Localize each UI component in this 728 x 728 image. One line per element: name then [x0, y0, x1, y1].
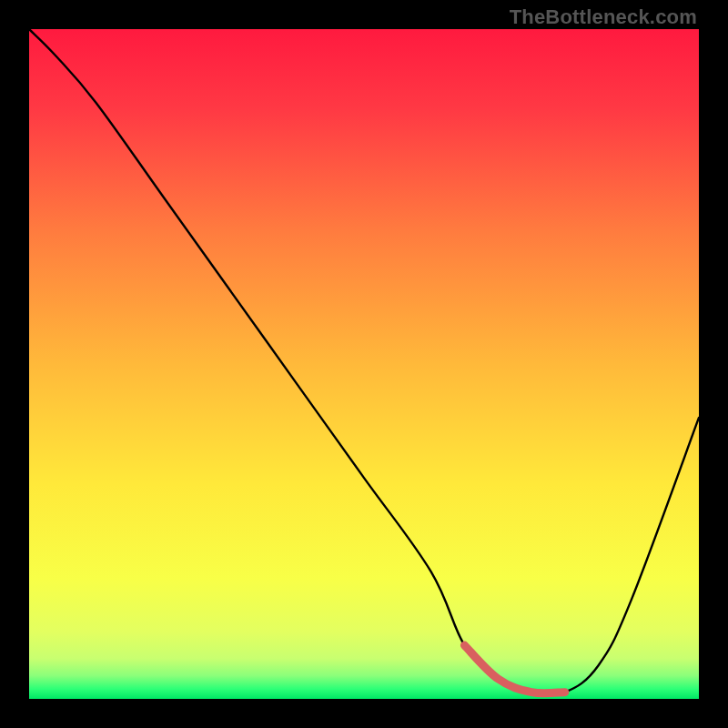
watermark-text: TheBottleneck.com — [510, 5, 697, 29]
bottleneck-curve — [29, 29, 699, 699]
plot-frame — [29, 29, 699, 699]
